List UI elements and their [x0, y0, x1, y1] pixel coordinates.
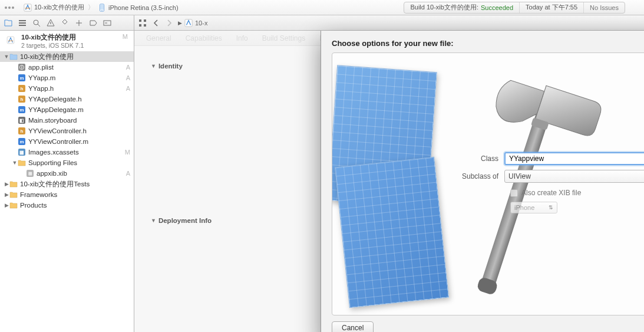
folder-icon — [18, 159, 26, 167]
file-label: Main.storyboard — [28, 117, 122, 124]
h-icon: h — [18, 84, 26, 93]
folder-icon — [9, 180, 18, 188]
svg-rect-13 — [144, 24, 146, 27]
folder-row[interactable]: ▶Frameworks — [0, 189, 134, 200]
scheme-breadcrumb[interactable]: 10-xib文件的使用 〉 iPhone Retina (3.5-inch) — [24, 3, 179, 12]
file-label: YYapp.h — [28, 85, 122, 92]
log-navigator-icon[interactable] — [103, 18, 112, 28]
file-label: app.plist — [28, 64, 122, 71]
file-row[interactable]: hYYapp.hA — [0, 83, 134, 94]
folder-row[interactable]: ▼10-xib文件的使用 — [0, 51, 134, 62]
xcode-project-icon — [4, 33, 18, 47]
subclass-combobox[interactable]: UIView ▾ — [504, 170, 644, 183]
svg-rect-2 — [100, 4, 103, 9]
m-icon: m — [18, 106, 26, 114]
sheet-button-bar: Cancel Previous Next — [332, 315, 644, 332]
file-tree[interactable]: ▼10-xib文件的使用ⓘapp.plistAmYYapp.mAhYYapp.h… — [0, 51, 134, 332]
editor-area: General Capabilities Info Build Settings… — [134, 31, 644, 332]
device-family-select: iPhone ⇅ — [510, 202, 557, 213]
svg-rect-8 — [50, 22, 51, 24]
file-label: Frameworks — [20, 191, 122, 198]
file-label: YYapp.m — [28, 74, 122, 81]
class-row: Class — [454, 152, 644, 165]
class-input[interactable] — [504, 152, 644, 165]
nav-forward-icon[interactable] — [165, 19, 173, 27]
storyboard-icon: ◧ — [18, 116, 26, 124]
editor-path-label: 10-x — [195, 19, 207, 27]
find-navigator-icon[interactable] — [32, 18, 41, 28]
test-navigator-icon[interactable] — [60, 18, 70, 28]
sheet-body: Class Subclass of UIView ▾ — [332, 52, 644, 315]
file-label: 10-xib文件的使用 — [20, 52, 122, 61]
xib-check-row: Also create XIB file — [510, 189, 581, 197]
file-label: Products — [20, 202, 122, 209]
disclosure-triangle-icon[interactable]: ▶ — [4, 181, 9, 187]
xib-check-label: Also create XIB file — [521, 189, 581, 197]
disclosure-triangle-icon[interactable]: ▼ — [4, 54, 9, 60]
editor-path-crumb[interactable]: ▶ 10-x — [178, 19, 207, 27]
file-row[interactable]: mYYAppDelegate.m — [0, 104, 134, 115]
build-result: Succeeded — [481, 4, 513, 11]
device-name: iPhone Retina (3.5-inch) — [108, 4, 179, 11]
activity-viewer[interactable]: Build 10-xib文件的使用: Succeeded Today at 下午… — [404, 2, 625, 14]
m-icon: m — [18, 137, 26, 146]
file-row[interactable]: mYYViewController.m — [0, 136, 134, 147]
sheet-title: Choose options for your new file: — [332, 39, 644, 48]
issue-navigator-icon[interactable] — [46, 18, 55, 28]
file-label: YYViewController.m — [28, 138, 122, 145]
main-area: 10-xib文件的使用 2 targets, iOS SDK 7.1 M ▼10… — [0, 31, 644, 332]
breakpoint-navigator-icon[interactable] — [88, 18, 98, 28]
debug-navigator-icon[interactable] — [74, 18, 84, 28]
scm-status: M — [122, 149, 130, 156]
file-label: YYAppDelegate.m — [28, 106, 122, 113]
file-label: Images.xcassets — [28, 149, 122, 156]
svg-rect-11 — [144, 19, 146, 22]
device-icon — [98, 4, 106, 12]
folder-blue-icon — [9, 52, 18, 61]
file-row[interactable]: ⓘapp.plistA — [0, 62, 134, 73]
disclosure-triangle-icon[interactable]: ▶ — [4, 202, 9, 208]
file-label: YYAppDelegate.h — [28, 96, 122, 103]
project-title: 10-xib文件的使用 — [21, 33, 84, 42]
folder-row[interactable]: ▼Supporting Files — [0, 157, 134, 168]
file-row[interactable]: ◧Main.storyboard — [0, 115, 134, 126]
svg-point-3 — [101, 10, 102, 11]
modal-overlay: Choose options for your new file: — [134, 31, 644, 332]
svg-point-7 — [34, 20, 38, 25]
project-navigator-icon[interactable] — [4, 18, 13, 28]
scm-status: M — [123, 33, 130, 40]
svg-rect-12 — [139, 24, 141, 27]
scm-status: A — [122, 85, 130, 92]
svg-rect-10 — [139, 19, 141, 22]
symbol-navigator-icon[interactable] — [18, 18, 27, 28]
file-row[interactable]: hYYAppDelegate.h — [0, 94, 134, 104]
file-row[interactable]: hYYViewController.h — [0, 126, 134, 136]
class-label: Class — [454, 155, 504, 163]
file-label: 10-xib文件的使用Tests — [20, 180, 122, 189]
related-items-icon[interactable] — [138, 18, 147, 28]
file-row[interactable]: mYYapp.mA — [0, 73, 134, 83]
build-status: Build 10-xib文件的使用: Succeeded — [404, 2, 520, 13]
file-label: appxib.xib — [37, 170, 122, 177]
subclass-label: Subclass of — [454, 172, 504, 180]
project-name: 10-xib文件的使用 — [34, 3, 84, 12]
disclosure-triangle-icon[interactable]: ▼ — [12, 160, 18, 166]
folder-row[interactable]: ▶Products — [0, 200, 134, 211]
nav-back-icon[interactable] — [152, 19, 160, 27]
scm-status: A — [122, 74, 130, 81]
svg-rect-4 — [19, 20, 26, 21]
scm-status: A — [122, 170, 130, 177]
folder-icon — [9, 190, 18, 199]
subclass-value: UIView — [508, 172, 531, 180]
build-issues: No Issues — [584, 2, 625, 13]
plist-icon: ⓘ — [18, 63, 26, 71]
stepper-icon: ⇅ — [549, 205, 553, 211]
title-breadcrumb-bar: 10-xib文件的使用 〉 iPhone Retina (3.5-inch) B… — [0, 0, 644, 15]
file-row[interactable]: ▦Images.xcassetsM — [0, 147, 134, 157]
folder-row[interactable]: ▶10-xib文件的使用Tests — [0, 179, 134, 189]
file-label: YYViewController.h — [28, 127, 122, 134]
file-row[interactable]: ⊞appxib.xibA — [0, 168, 134, 179]
project-root-row[interactable]: 10-xib文件的使用 2 targets, iOS SDK 7.1 M — [0, 31, 134, 51]
disclosure-triangle-icon[interactable]: ▶ — [4, 192, 9, 198]
cancel-button[interactable]: Cancel — [332, 321, 374, 332]
